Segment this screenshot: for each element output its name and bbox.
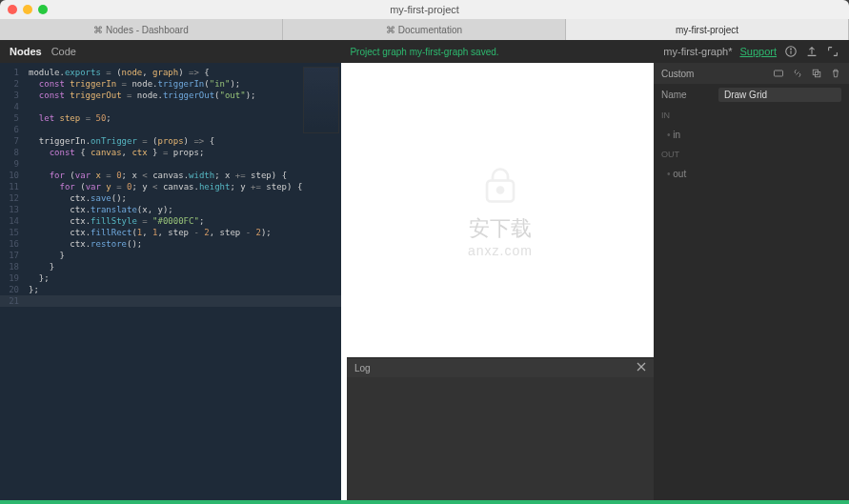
tab-dashboard[interactable]: ⌘ Nodes - Dashboard (0, 19, 283, 40)
upload-icon[interactable] (805, 45, 819, 58)
svg-rect-3 (487, 180, 514, 201)
duplicate-icon[interactable] (811, 68, 822, 79)
svg-point-4 (497, 187, 503, 192)
outputs-section-header: OUT (654, 144, 849, 165)
maximize-window-button[interactable] (38, 5, 48, 14)
code-content[interactable]: module.exports = (node, graph) => { cons… (29, 67, 341, 307)
code-editor[interactable]: 123456789101112131415161718192021 module… (0, 63, 341, 500)
log-panel: Log (347, 357, 654, 500)
watermark: 安下载 anxz.com (468, 163, 533, 257)
system-tabs: ⌘ Nodes - Dashboard ⌘ Documentation my-f… (0, 19, 849, 40)
mode-label[interactable]: Code (51, 46, 76, 57)
traffic-lights (0, 5, 48, 14)
app-header: Nodes Code Project graph my-first-graph … (0, 40, 849, 63)
window-titlebar: my-first-project (0, 0, 849, 19)
name-field-label: Name (661, 90, 718, 100)
port-in[interactable]: in (654, 126, 849, 144)
line-number-gutter: 123456789101112131415161718192021 (0, 63, 25, 307)
log-close-button[interactable] (637, 362, 646, 373)
delete-icon[interactable] (830, 68, 841, 79)
link-icon[interactable] (792, 68, 803, 79)
expand-icon[interactable] (826, 45, 839, 58)
log-title: Log (354, 363, 371, 373)
status-bar (0, 500, 849, 504)
canvas-preview[interactable]: 安下载 anxz.com (347, 63, 654, 357)
port-out[interactable]: out (654, 165, 849, 183)
minimize-window-button[interactable] (23, 5, 32, 14)
close-window-button[interactable] (8, 5, 17, 14)
code-minimap[interactable] (303, 67, 339, 133)
main-area: 123456789101112131415161718192021 module… (0, 63, 849, 500)
svg-rect-7 (775, 71, 783, 76)
support-link[interactable]: Support (739, 46, 777, 57)
brand-label: Nodes (10, 46, 42, 57)
svg-point-2 (791, 49, 792, 50)
center-column: 安下载 anxz.com Log (347, 63, 654, 500)
tab-project[interactable]: my-first-project (566, 19, 849, 40)
rename-icon[interactable] (773, 68, 784, 79)
inspector-type-label: Custom (661, 69, 694, 79)
inspector-panel: Custom Name Draw Grid IN in OUT (654, 63, 849, 500)
graph-name: my-first-graph* (663, 46, 732, 57)
tab-documentation[interactable]: ⌘ Documentation (283, 19, 566, 40)
info-icon[interactable] (784, 45, 798, 58)
window-title: my-first-project (0, 4, 849, 15)
name-field-input[interactable]: Draw Grid (718, 88, 841, 102)
inputs-section-header: IN (654, 105, 849, 126)
